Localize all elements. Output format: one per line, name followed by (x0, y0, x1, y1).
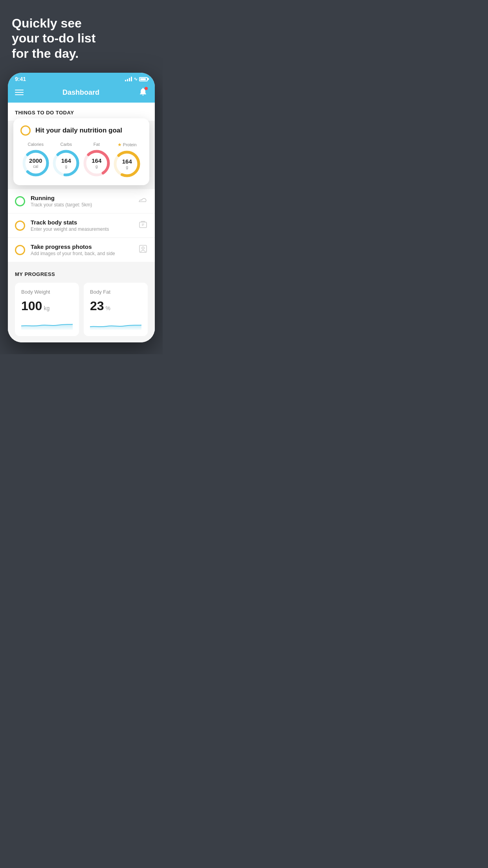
progress-section-title: MY PROGRESS (15, 271, 148, 277)
carbs-ring-container: 164 g (52, 149, 80, 177)
body-weight-label: Body Weight (21, 289, 73, 295)
todo-name-running: Running (31, 195, 133, 201)
todo-sub-body-stats: Enter your weight and measurements (31, 226, 133, 232)
calories-ring: Calories 2000 cal (22, 142, 50, 177)
calories-value-center: 2000 cal (29, 158, 42, 169)
nutrition-status-circle (20, 125, 31, 136)
calories-label: Calories (22, 142, 50, 147)
todo-item-running[interactable]: Running Track your stats (target: 5km) (8, 189, 155, 213)
status-icons: ∿ (125, 76, 148, 82)
protein-value: 164 (122, 158, 132, 165)
fat-value-center: 164 g (92, 158, 101, 169)
todo-name-progress-photos: Take progress photos (31, 243, 133, 250)
todo-list: Running Track your stats (target: 5km) (8, 189, 155, 262)
nav-title: Dashboard (62, 88, 99, 97)
running-shoe-icon (138, 195, 148, 207)
protein-value-center: 164 g (122, 158, 132, 169)
todo-sub-running: Track your stats (target: 5km) (31, 202, 133, 208)
nutrition-card-title: Hit your daily nutrition goal (35, 127, 122, 134)
progress-section: MY PROGRESS Body Weight 100 kg (8, 262, 155, 342)
carbs-label: Carbs (52, 142, 80, 147)
menu-line (15, 94, 24, 95)
carbs-ring: Carbs 164 g (52, 142, 80, 177)
todo-sub-progress-photos: Add images of your front, back, and side (31, 251, 133, 256)
wifi-icon: ∿ (134, 76, 138, 82)
svg-point-10 (142, 247, 144, 249)
signal-icon (125, 77, 132, 81)
protein-ring: ★ Protein 164 g (113, 142, 141, 178)
protein-star-icon: ★ (117, 142, 122, 147)
things-section-title: THINGS TO DO TODAY (15, 110, 74, 116)
todo-item-progress-photos[interactable]: Take progress photos Add images of your … (8, 238, 155, 262)
fat-ring-container: 164 g (83, 149, 111, 177)
calories-value: 2000 (29, 158, 42, 164)
todo-text-progress-photos: Take progress photos Add images of your … (31, 243, 133, 256)
svg-rect-8 (139, 222, 147, 228)
body-weight-card[interactable]: Body Weight 100 kg (15, 283, 79, 336)
fat-label: Fat (83, 142, 111, 147)
todo-circle-running (15, 196, 25, 206)
todo-text-running: Running Track your stats (target: 5km) (31, 195, 133, 208)
body-fat-value: 23 (90, 299, 104, 313)
body-fat-value-row: 23 % (90, 299, 141, 313)
carbs-value-center: 164 g (61, 158, 71, 169)
todo-circle-body-stats (15, 221, 25, 231)
body-fat-label: Body Fat (90, 289, 141, 295)
protein-label: ★ Protein (113, 142, 141, 147)
phone-mockup: 9:41 ∿ Dashboard (8, 73, 155, 342)
menu-button[interactable] (15, 90, 24, 95)
todo-name-body-stats: Track body stats (31, 219, 133, 226)
todo-text-body-stats: Track body stats Enter your weight and m… (31, 219, 133, 232)
scale-icon (138, 220, 148, 231)
menu-line (15, 92, 24, 93)
body-weight-chart (21, 318, 73, 330)
fat-ring: Fat 164 g (83, 142, 111, 177)
todo-circle-progress-photos (15, 245, 25, 255)
todo-item-body-stats[interactable]: Track body stats Enter your weight and m… (8, 213, 155, 238)
fat-value: 164 (92, 158, 101, 164)
status-bar: 9:41 ∿ (8, 73, 155, 84)
calories-unit: cal (29, 164, 42, 169)
carbs-value: 164 (61, 158, 71, 164)
body-fat-unit: % (106, 305, 110, 311)
body-weight-value-row: 100 kg (21, 299, 73, 313)
status-time: 9:41 (15, 76, 26, 82)
body-fat-card[interactable]: Body Fat 23 % (84, 283, 148, 336)
fat-unit: g (92, 164, 101, 169)
notification-bell-button[interactable] (138, 87, 148, 98)
app-content: THINGS TO DO TODAY Hit your daily nutrit… (8, 103, 155, 342)
app-background: Quickly see your to-do list for the day.… (0, 0, 163, 354)
headline: Quickly see your to-do list for the day. (8, 16, 155, 61)
carbs-unit: g (61, 164, 71, 169)
body-weight-value: 100 (21, 299, 42, 313)
nav-bar: Dashboard (8, 84, 155, 103)
body-fat-chart (90, 318, 141, 330)
body-weight-unit: kg (44, 305, 50, 311)
person-photo-icon (138, 244, 148, 256)
battery-icon (139, 77, 148, 81)
protein-unit: g (122, 165, 132, 169)
calories-ring-container: 2000 cal (22, 149, 50, 177)
protein-ring-container: 164 g (113, 150, 141, 178)
menu-line (15, 90, 24, 90)
progress-cards: Body Weight 100 kg (15, 283, 148, 336)
nutrition-card-header: Hit your daily nutrition goal (20, 125, 142, 136)
svg-rect-9 (139, 245, 147, 252)
nutrition-rings: Calories 2000 cal (20, 142, 142, 178)
nutrition-card[interactable]: Hit your daily nutrition goal Calories (13, 118, 149, 185)
